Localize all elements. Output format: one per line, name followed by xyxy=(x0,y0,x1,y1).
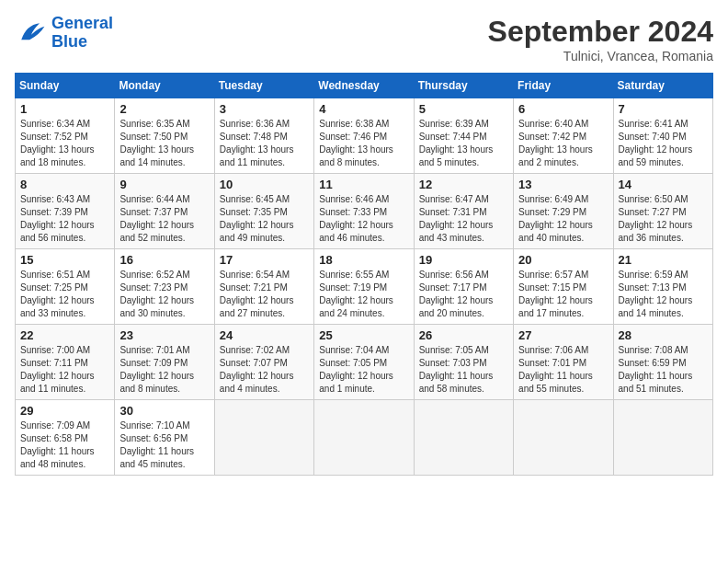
day-info: Sunrise: 7:02 AM Sunset: 7:07 PM Dayligh… xyxy=(220,344,309,396)
day-cell: 23Sunrise: 7:01 AM Sunset: 7:09 PM Dayli… xyxy=(115,325,214,400)
calendar-week-row: 8Sunrise: 6:43 AM Sunset: 7:39 PM Daylig… xyxy=(16,174,713,249)
day-cell: 7Sunrise: 6:41 AM Sunset: 7:40 PM Daylig… xyxy=(613,98,712,174)
day-number: 12 xyxy=(419,178,508,191)
day-cell: 17Sunrise: 6:54 AM Sunset: 7:21 PM Dayli… xyxy=(214,249,313,325)
day-info: Sunrise: 6:41 AM Sunset: 7:40 PM Dayligh… xyxy=(619,118,708,169)
day-number: 14 xyxy=(619,178,708,191)
day-number: 27 xyxy=(518,328,608,342)
day-number: 18 xyxy=(319,253,408,267)
logo: General Blue xyxy=(15,15,113,52)
empty-cell xyxy=(214,400,313,476)
day-number: 6 xyxy=(518,102,608,116)
day-number: 24 xyxy=(220,328,309,342)
day-info: Sunrise: 6:43 AM Sunset: 7:39 PM Dayligh… xyxy=(20,193,109,245)
day-number: 3 xyxy=(220,102,309,116)
day-info: Sunrise: 6:54 AM Sunset: 7:21 PM Dayligh… xyxy=(220,269,309,320)
day-cell: 13Sunrise: 6:49 AM Sunset: 7:29 PM Dayli… xyxy=(514,174,613,249)
weekday-header-thursday: Thursday xyxy=(414,74,513,98)
day-info: Sunrise: 6:47 AM Sunset: 7:31 PM Dayligh… xyxy=(419,193,508,245)
day-number: 20 xyxy=(518,253,608,267)
day-number: 26 xyxy=(419,328,508,342)
day-info: Sunrise: 7:10 AM Sunset: 6:56 PM Dayligh… xyxy=(119,419,209,471)
title-block: September 2024 Tulnici, Vrancea, Romania xyxy=(488,15,713,63)
day-cell: 26Sunrise: 7:05 AM Sunset: 7:03 PM Dayli… xyxy=(414,325,513,400)
day-cell: 10Sunrise: 6:45 AM Sunset: 7:35 PM Dayli… xyxy=(214,174,313,249)
day-info: Sunrise: 7:08 AM Sunset: 6:59 PM Dayligh… xyxy=(619,344,708,396)
day-number: 30 xyxy=(119,404,209,418)
day-cell: 6Sunrise: 6:40 AM Sunset: 7:42 PM Daylig… xyxy=(514,98,613,174)
logo-icon xyxy=(15,17,48,50)
calendar-body: 1Sunrise: 6:34 AM Sunset: 7:52 PM Daylig… xyxy=(16,98,713,476)
day-info: Sunrise: 6:36 AM Sunset: 7:48 PM Dayligh… xyxy=(220,118,309,169)
day-number: 8 xyxy=(20,178,109,191)
calendar-header-row: SundayMondayTuesdayWednesdayThursdayFrid… xyxy=(16,74,713,98)
day-info: Sunrise: 6:39 AM Sunset: 7:44 PM Dayligh… xyxy=(419,118,508,169)
day-info: Sunrise: 7:09 AM Sunset: 6:58 PM Dayligh… xyxy=(20,419,109,471)
day-info: Sunrise: 6:34 AM Sunset: 7:52 PM Dayligh… xyxy=(20,118,109,169)
weekday-header-sunday: Sunday xyxy=(16,74,115,98)
day-info: Sunrise: 6:40 AM Sunset: 7:42 PM Dayligh… xyxy=(518,118,608,169)
day-number: 28 xyxy=(619,328,708,342)
day-cell: 25Sunrise: 7:04 AM Sunset: 7:05 PM Dayli… xyxy=(314,325,414,400)
calendar-week-row: 1Sunrise: 6:34 AM Sunset: 7:52 PM Daylig… xyxy=(16,98,713,174)
day-cell: 20Sunrise: 6:57 AM Sunset: 7:15 PM Dayli… xyxy=(514,249,613,325)
empty-cell xyxy=(613,400,712,476)
day-number: 7 xyxy=(619,102,708,116)
day-cell: 14Sunrise: 6:50 AM Sunset: 7:27 PM Dayli… xyxy=(613,174,712,249)
day-number: 4 xyxy=(319,102,408,116)
day-info: Sunrise: 7:01 AM Sunset: 7:09 PM Dayligh… xyxy=(119,344,209,396)
day-number: 5 xyxy=(419,102,508,116)
weekday-header-wednesday: Wednesday xyxy=(314,74,414,98)
day-info: Sunrise: 6:55 AM Sunset: 7:19 PM Dayligh… xyxy=(319,269,408,320)
day-info: Sunrise: 7:05 AM Sunset: 7:03 PM Dayligh… xyxy=(419,344,508,396)
day-number: 10 xyxy=(220,178,309,191)
month-title: September 2024 xyxy=(488,15,713,49)
day-number: 2 xyxy=(119,102,209,116)
day-info: Sunrise: 7:04 AM Sunset: 7:05 PM Dayligh… xyxy=(319,344,408,396)
day-info: Sunrise: 6:35 AM Sunset: 7:50 PM Dayligh… xyxy=(119,118,209,169)
day-info: Sunrise: 6:51 AM Sunset: 7:25 PM Dayligh… xyxy=(20,269,109,320)
day-info: Sunrise: 7:06 AM Sunset: 7:01 PM Dayligh… xyxy=(518,344,608,396)
day-info: Sunrise: 7:00 AM Sunset: 7:11 PM Dayligh… xyxy=(20,344,109,396)
day-cell: 3Sunrise: 6:36 AM Sunset: 7:48 PM Daylig… xyxy=(214,98,313,174)
day-cell: 11Sunrise: 6:46 AM Sunset: 7:33 PM Dayli… xyxy=(314,174,414,249)
day-number: 9 xyxy=(119,178,209,191)
day-number: 17 xyxy=(220,253,309,267)
empty-cell xyxy=(414,400,513,476)
day-number: 25 xyxy=(319,328,408,342)
day-info: Sunrise: 6:50 AM Sunset: 7:27 PM Dayligh… xyxy=(619,193,708,245)
day-info: Sunrise: 6:59 AM Sunset: 7:13 PM Dayligh… xyxy=(619,269,708,320)
weekday-header-tuesday: Tuesday xyxy=(214,74,313,98)
day-cell: 9Sunrise: 6:44 AM Sunset: 7:37 PM Daylig… xyxy=(115,174,214,249)
day-info: Sunrise: 6:49 AM Sunset: 7:29 PM Dayligh… xyxy=(518,193,608,245)
day-number: 23 xyxy=(119,328,209,342)
day-cell: 1Sunrise: 6:34 AM Sunset: 7:52 PM Daylig… xyxy=(16,98,115,174)
weekday-header-monday: Monday xyxy=(115,74,214,98)
day-number: 21 xyxy=(619,253,708,267)
day-cell: 30Sunrise: 7:10 AM Sunset: 6:56 PM Dayli… xyxy=(115,400,214,476)
day-number: 22 xyxy=(20,328,109,342)
calendar-table: SundayMondayTuesdayWednesdayThursdayFrid… xyxy=(15,73,713,476)
day-cell: 2Sunrise: 6:35 AM Sunset: 7:50 PM Daylig… xyxy=(115,98,214,174)
logo-text: General Blue xyxy=(51,15,113,52)
day-number: 29 xyxy=(20,404,109,418)
day-info: Sunrise: 6:57 AM Sunset: 7:15 PM Dayligh… xyxy=(518,269,608,320)
calendar-week-row: 15Sunrise: 6:51 AM Sunset: 7:25 PM Dayli… xyxy=(16,249,713,325)
day-number: 11 xyxy=(319,178,408,191)
location: Tulnici, Vrancea, Romania xyxy=(488,49,713,63)
empty-cell xyxy=(314,400,414,476)
day-cell: 18Sunrise: 6:55 AM Sunset: 7:19 PM Dayli… xyxy=(314,249,414,325)
day-cell: 19Sunrise: 6:56 AM Sunset: 7:17 PM Dayli… xyxy=(414,249,513,325)
day-info: Sunrise: 6:45 AM Sunset: 7:35 PM Dayligh… xyxy=(220,193,309,245)
day-cell: 22Sunrise: 7:00 AM Sunset: 7:11 PM Dayli… xyxy=(16,325,115,400)
day-cell: 29Sunrise: 7:09 AM Sunset: 6:58 PM Dayli… xyxy=(16,400,115,476)
day-info: Sunrise: 6:46 AM Sunset: 7:33 PM Dayligh… xyxy=(319,193,408,245)
day-number: 15 xyxy=(20,253,109,267)
day-cell: 16Sunrise: 6:52 AM Sunset: 7:23 PM Dayli… xyxy=(115,249,214,325)
empty-cell xyxy=(514,400,613,476)
day-info: Sunrise: 6:38 AM Sunset: 7:46 PM Dayligh… xyxy=(319,118,408,169)
day-cell: 24Sunrise: 7:02 AM Sunset: 7:07 PM Dayli… xyxy=(214,325,313,400)
day-cell: 5Sunrise: 6:39 AM Sunset: 7:44 PM Daylig… xyxy=(414,98,513,174)
day-cell: 21Sunrise: 6:59 AM Sunset: 7:13 PM Dayli… xyxy=(613,249,712,325)
day-cell: 4Sunrise: 6:38 AM Sunset: 7:46 PM Daylig… xyxy=(314,98,414,174)
